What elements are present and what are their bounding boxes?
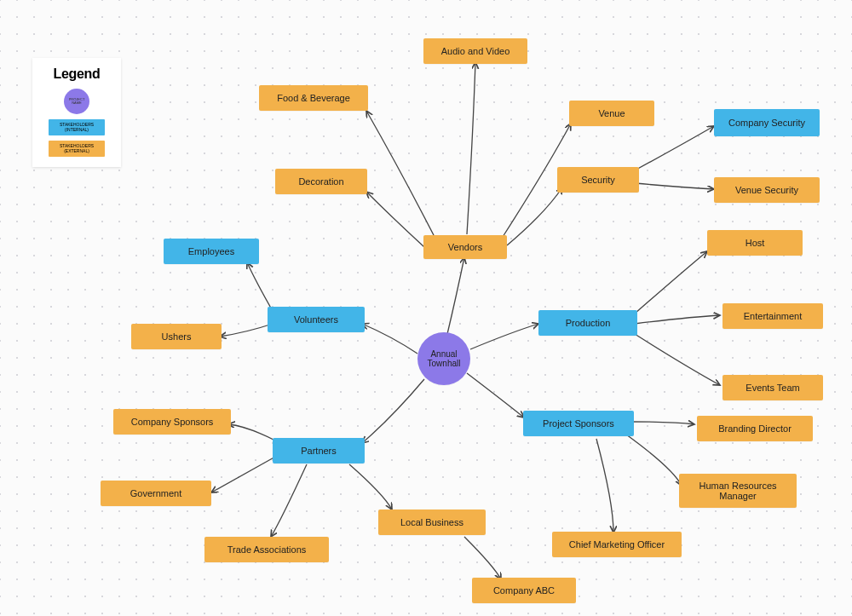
legend-external-chip: STAKEHOLDERS (EXTERNAL): [49, 141, 105, 157]
label: Vendors: [448, 242, 482, 252]
node-audio-video[interactable]: Audio and Video: [423, 38, 527, 64]
diagram-canvas[interactable]: Annual Townhall Vendors Audio and Video …: [0, 0, 852, 616]
legend-internal-chip: STAKEHOLDERS (INTERNAL): [49, 119, 105, 135]
node-production[interactable]: Production: [538, 310, 637, 336]
node-volunteers[interactable]: Volunteers: [268, 307, 365, 332]
node-security[interactable]: Security: [557, 167, 639, 193]
node-venue[interactable]: Venue: [569, 101, 654, 126]
node-company-abc[interactable]: Company ABC: [472, 578, 576, 603]
node-partners[interactable]: Partners: [273, 438, 365, 463]
label: Trade Associations: [227, 544, 307, 555]
legend-project-circle: PROJECT NAME: [64, 89, 89, 114]
node-cmo[interactable]: Chief Marketing Officer: [552, 532, 682, 557]
legend-internal-label: STAKEHOLDERS (INTERNAL): [60, 122, 94, 132]
node-company-sponsors[interactable]: Company Sponsors: [113, 409, 231, 435]
legend-external-label: STAKEHOLDERS (EXTERNAL): [60, 143, 94, 153]
center-label: Annual Townhall: [423, 349, 465, 368]
node-employees[interactable]: Employees: [164, 239, 259, 264]
node-venue-security[interactable]: Venue Security: [714, 177, 820, 203]
label: Ushers: [162, 331, 192, 342]
label: Partners: [301, 446, 337, 456]
node-events-team[interactable]: Events Team: [722, 375, 823, 400]
node-government[interactable]: Government: [101, 481, 211, 506]
node-food-bev[interactable]: Food & Beverage: [259, 85, 368, 111]
node-ushers[interactable]: Ushers: [131, 324, 222, 349]
node-project-sponsors[interactable]: Project Sponsors: [523, 411, 634, 436]
node-decoration[interactable]: Decoration: [275, 169, 367, 194]
label: Volunteers: [294, 314, 338, 325]
node-host[interactable]: Host: [707, 230, 803, 256]
node-company-security[interactable]: Company Security: [714, 109, 820, 136]
label: Security: [581, 175, 615, 185]
label: Human Resources Manager: [684, 481, 792, 501]
node-vendors[interactable]: Vendors: [423, 235, 507, 259]
label: Decoration: [298, 176, 343, 187]
legend-title: Legend: [39, 66, 114, 82]
label: Company ABC: [493, 585, 555, 596]
label: Food & Beverage: [277, 93, 350, 103]
center-node[interactable]: Annual Townhall: [417, 332, 470, 385]
label: Chief Marketing Officer: [569, 539, 665, 550]
legend-project-label: PROJECT NAME: [64, 98, 89, 105]
node-branding-director[interactable]: Branding Director: [697, 416, 813, 441]
label: Government: [130, 488, 182, 498]
label: Branding Director: [718, 423, 792, 434]
label: Local Business: [400, 517, 463, 527]
node-hr-manager[interactable]: Human Resources Manager: [679, 474, 797, 508]
label: Entertainment: [744, 311, 802, 321]
node-entertainment[interactable]: Entertainment: [722, 303, 823, 329]
label: Host: [746, 238, 765, 248]
label: Project Sponsors: [543, 418, 614, 429]
label: Venue: [598, 108, 625, 118]
node-local-business[interactable]: Local Business: [378, 509, 486, 535]
label: Venue Security: [735, 185, 798, 195]
label: Employees: [188, 246, 234, 256]
label: Company Sponsors: [131, 417, 214, 427]
label: Company Security: [728, 118, 805, 128]
legend-panel[interactable]: Legend PROJECT NAME STAKEHOLDERS (INTERN…: [32, 58, 121, 167]
label: Production: [566, 318, 611, 328]
node-trade-assoc[interactable]: Trade Associations: [204, 537, 329, 562]
label: Events Team: [746, 383, 799, 393]
label: Audio and Video: [441, 46, 510, 56]
